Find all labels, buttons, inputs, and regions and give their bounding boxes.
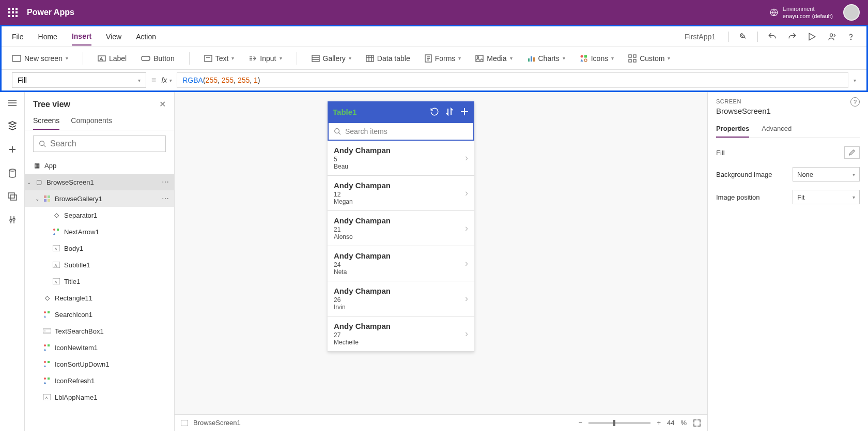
media-rail-icon[interactable] xyxy=(8,192,17,201)
menu-file[interactable]: File xyxy=(12,28,24,45)
chevron-right-icon: › xyxy=(465,188,468,199)
fill-color-picker[interactable] xyxy=(844,146,860,159)
close-icon[interactable]: ✕ xyxy=(159,99,166,109)
tree-view-icon[interactable] xyxy=(8,121,17,130)
insert-icon[interactable] xyxy=(8,145,17,154)
list-item[interactable]: Andy Champan26Irvin› xyxy=(328,281,474,316)
tree-node-browsescreen[interactable]: ⌄▢BrowseScreen1⋯ xyxy=(25,174,174,190)
redo-icon[interactable] xyxy=(787,32,797,42)
more-icon[interactable]: ⋯ xyxy=(162,178,169,186)
chevron-right-icon: › xyxy=(465,153,468,163)
refresh-icon[interactable] xyxy=(430,107,439,116)
item-title: Andy Champan xyxy=(334,181,465,190)
tree-node-nextarrow[interactable]: NextArrow1 xyxy=(25,223,174,240)
datatable-icon xyxy=(366,55,374,62)
tab-screens[interactable]: Screens xyxy=(33,112,59,130)
tree-node-iconnewitem[interactable]: IconNewItem1 xyxy=(25,339,174,356)
list-item[interactable]: Andy Champan5Beau› xyxy=(328,141,474,176)
data-icon[interactable] xyxy=(8,169,17,178)
env-value: enayu.com (default) xyxy=(783,12,833,20)
input-icon xyxy=(249,54,257,63)
tree-node-browsegallery[interactable]: ⌄BrowseGallery1⋯ xyxy=(25,190,174,207)
advanced-tools-icon[interactable] xyxy=(9,215,16,224)
label-button[interactable]: Label xyxy=(98,54,127,63)
svg-point-18 xyxy=(584,59,587,62)
tree-node-subtitle[interactable]: Subtitle1 xyxy=(25,256,174,273)
imgpos-select[interactable]: Fit▾ xyxy=(793,190,860,204)
fit-icon[interactable] xyxy=(693,419,701,427)
tree-node-separator[interactable]: ◇Separator1 xyxy=(25,207,174,223)
datatable-button[interactable]: Data table xyxy=(366,54,410,63)
sort-icon[interactable] xyxy=(445,107,454,116)
status-screen-name: BrowseScreen1 xyxy=(193,419,241,427)
preview-title: Table1 xyxy=(333,108,424,116)
menu-home[interactable]: Home xyxy=(38,28,57,45)
tree-node-iconrefresh[interactable]: IconRefresh1 xyxy=(25,372,174,389)
svg-point-26 xyxy=(10,219,12,221)
more-icon[interactable]: ⋯ xyxy=(162,194,169,203)
item-subtitle: 21 xyxy=(334,226,465,233)
gallery-button[interactable]: Gallery▾ xyxy=(312,54,351,63)
svg-rect-14 xyxy=(531,56,532,62)
app-preview[interactable]: Table1 Search items Andy Champan5Beau›An… xyxy=(328,101,474,352)
svg-point-33 xyxy=(53,229,55,231)
waffle-icon[interactable] xyxy=(8,8,18,17)
custom-button[interactable]: Custom▾ xyxy=(628,54,670,63)
help-icon[interactable] xyxy=(846,32,856,42)
zoom-slider[interactable] xyxy=(588,422,650,424)
list-item[interactable]: Andy Champan21Alonso› xyxy=(328,211,474,246)
undo-icon[interactable] xyxy=(767,32,778,42)
properties-pane: ? SCREEN BrowseScreen1 Properties Advanc… xyxy=(708,92,868,431)
list-item[interactable]: Andy Champan12Megan› xyxy=(328,176,474,211)
tab-properties[interactable]: Properties xyxy=(716,120,749,138)
item-body: Neta xyxy=(334,268,465,276)
tree-node-app[interactable]: ▦App xyxy=(25,157,174,174)
text-button[interactable]: Text▾ xyxy=(204,54,235,63)
tree-node-lblappname[interactable]: LblAppName1 xyxy=(25,389,174,405)
tree-node-iconsortupdown[interactable]: IconSortUpDown1 xyxy=(25,356,174,372)
preview-search-input[interactable]: Search items xyxy=(328,122,474,141)
menu-insert[interactable]: Insert xyxy=(72,28,91,46)
tab-advanced[interactable]: Advanced xyxy=(762,120,792,138)
zoom-out-button[interactable]: − xyxy=(579,419,583,427)
input-button[interactable]: Input▾ xyxy=(249,54,282,63)
bgimg-select[interactable]: None▾ xyxy=(793,167,860,182)
tree-node-searchicon[interactable]: SearchIcon1 xyxy=(25,306,174,323)
icons-button[interactable]: Icons▾ xyxy=(580,54,614,63)
expand-formula-icon[interactable]: ▾ xyxy=(854,78,856,83)
svg-point-2 xyxy=(830,34,833,36)
tree-node-textsearchbox[interactable]: TextSearchBox1 xyxy=(25,323,174,339)
tree-node-body[interactable]: Body1 xyxy=(25,240,174,256)
menu-view[interactable]: View xyxy=(106,28,121,45)
environment-picker[interactable]: Environment enayu.com (default) xyxy=(769,5,833,20)
play-icon[interactable] xyxy=(807,32,817,42)
share-icon[interactable] xyxy=(826,32,836,42)
new-screen-icon xyxy=(12,55,21,62)
app-checker-icon[interactable] xyxy=(738,32,748,42)
tree-node-rectangle[interactable]: ◇Rectangle11 xyxy=(25,290,174,306)
fx-button[interactable]: fx▾ xyxy=(161,76,172,84)
canvas[interactable]: Table1 Search items Andy Champan5Beau›An… xyxy=(175,92,708,431)
svg-rect-11 xyxy=(476,55,483,62)
charts-button[interactable]: Charts▾ xyxy=(527,54,565,63)
tree-search-input[interactable]: Search xyxy=(33,135,166,152)
user-avatar[interactable] xyxy=(843,4,860,21)
property-selector[interactable]: Fill▾ xyxy=(12,72,146,88)
help-icon[interactable]: ? xyxy=(850,97,860,107)
svg-rect-21 xyxy=(629,59,631,62)
svg-rect-30 xyxy=(48,195,50,198)
formula-input[interactable]: RGBA(255, 255, 255, 1) xyxy=(177,72,848,88)
tab-components[interactable]: Components xyxy=(71,112,112,130)
add-icon[interactable] xyxy=(460,107,469,116)
hamburger-icon[interactable] xyxy=(8,99,17,107)
list-item[interactable]: Andy Champan27Mechelle› xyxy=(328,316,474,352)
media-button[interactable]: Media▾ xyxy=(475,54,512,63)
list-item[interactable]: Andy Champan24Neta› xyxy=(328,246,474,281)
zoom-in-button[interactable]: + xyxy=(657,419,661,427)
menu-action[interactable]: Action xyxy=(136,28,156,45)
forms-button[interactable]: Forms▾ xyxy=(425,54,461,63)
svg-point-45 xyxy=(44,377,46,380)
tree-node-title[interactable]: Title1 xyxy=(25,273,174,290)
new-screen-button[interactable]: New screen▾ xyxy=(12,54,68,63)
button-button[interactable]: Button xyxy=(141,54,174,63)
